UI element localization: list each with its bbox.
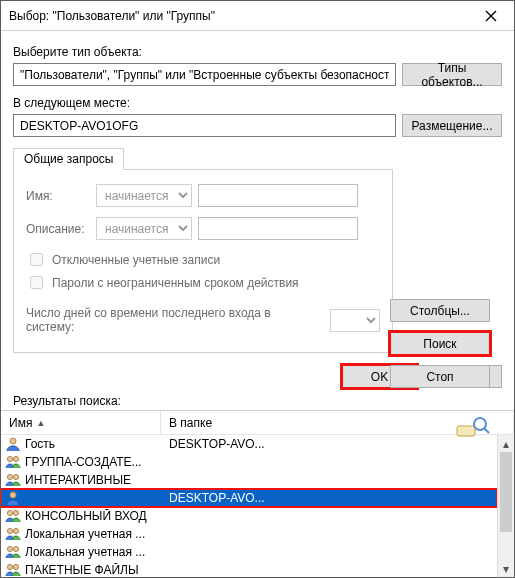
list-item[interactable]: КОНСОЛЬНЫЙ ВХОД	[1, 507, 497, 525]
close-icon	[485, 10, 497, 22]
list-item[interactable]: Локальная учетная ...	[1, 525, 497, 543]
list-item-name: ИНТЕРАКТИВНЫЕ	[25, 473, 165, 487]
find-icon	[456, 416, 490, 441]
svg-rect-0	[457, 426, 475, 436]
vertical-scrollbar[interactable]: ▴ ▾	[497, 435, 514, 577]
close-button[interactable]	[468, 1, 514, 30]
location-input[interactable]	[13, 114, 396, 137]
description-match-select[interactable]: начинается с	[96, 217, 192, 240]
list-item[interactable]: ПАКЕТНЫЕ ФАЙЛЫ	[1, 561, 497, 577]
column-name[interactable]: Имя ▲	[1, 411, 161, 434]
list-item[interactable]: ИНТЕРАКТИВНЫЕ	[1, 471, 497, 489]
select-type-label: Выберите тип объекта:	[13, 45, 502, 59]
description-label: Описание:	[26, 222, 90, 236]
search-button[interactable]: Поиск	[390, 332, 490, 355]
object-type-input[interactable]	[13, 63, 396, 86]
days-since-logon-label: Число дней со времени последнего входа в…	[26, 306, 320, 334]
nonexpiring-passwords-label: Пароли с неограниченным сроком действия	[52, 276, 299, 290]
object-types-button[interactable]: Типы объектов...	[402, 63, 502, 86]
scroll-up-button[interactable]: ▴	[498, 435, 514, 452]
list-item-folder: DESKTOP-AVO...	[169, 491, 493, 505]
list-item-name: ПАКЕТНЫЕ ФАЙЛЫ	[25, 563, 165, 577]
tab-common-queries[interactable]: Общие запросы	[13, 148, 124, 170]
name-label: Имя:	[26, 189, 90, 203]
description-input[interactable]	[198, 217, 358, 240]
svg-line-2	[484, 428, 489, 433]
list-item-name: Локальная учетная ...	[25, 527, 165, 541]
list-item-name: Гость	[25, 437, 165, 451]
list-item[interactable]: ГРУППА-СОЗДАТЕ...	[1, 453, 497, 471]
scrollbar-track[interactable]	[498, 452, 514, 560]
columns-button[interactable]: Столбцы...	[390, 299, 490, 322]
location-label: В следующем месте:	[13, 96, 502, 110]
stop-button[interactable]: Стоп	[390, 365, 490, 388]
disabled-accounts-checkbox[interactable]	[30, 253, 43, 266]
window-title: Выбор: "Пользователи" или "Группы"	[1, 9, 468, 23]
list-item-name: ГРУППА-СОЗДАТЕ...	[25, 455, 165, 469]
days-since-logon-select[interactable]	[330, 309, 380, 332]
disabled-accounts-label: Отключенные учетные записи	[52, 253, 220, 267]
location-button[interactable]: Размещение...	[402, 114, 502, 137]
titlebar: Выбор: "Пользователи" или "Группы"	[1, 1, 514, 31]
name-input[interactable]	[198, 184, 358, 207]
sort-ascending-icon: ▲	[36, 418, 45, 428]
scrollbar-thumb[interactable]	[500, 452, 512, 532]
list-item-name: Локальная учетная ...	[25, 545, 165, 559]
list-item[interactable]: DESKTOP-AVO...	[1, 489, 497, 507]
scroll-down-button[interactable]: ▾	[498, 560, 514, 577]
list-item[interactable]: Локальная учетная ...	[1, 543, 497, 561]
nonexpiring-passwords-checkbox[interactable]	[30, 276, 43, 289]
name-match-select[interactable]: начинается с	[96, 184, 192, 207]
list-item-name: КОНСОЛЬНЫЙ ВХОД	[25, 509, 165, 523]
